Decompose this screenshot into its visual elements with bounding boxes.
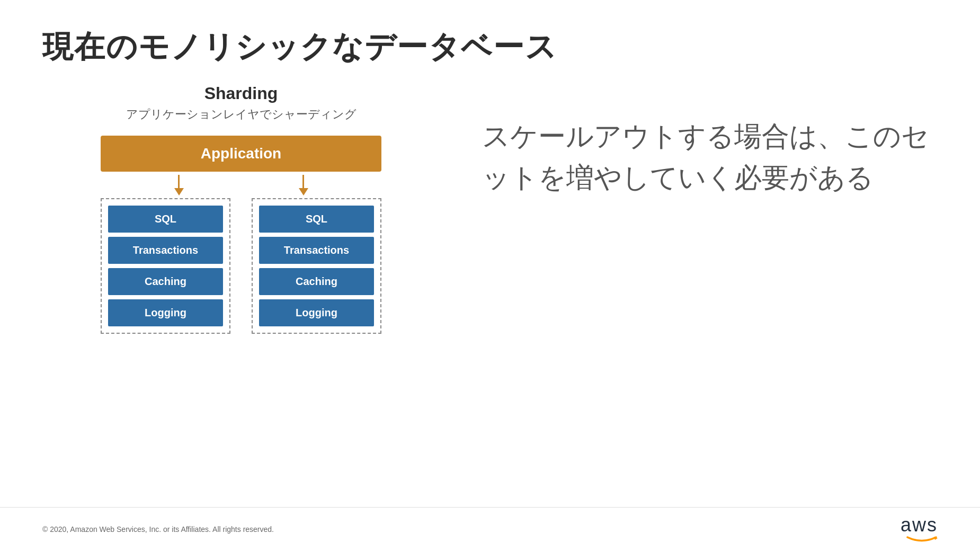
arrow-shaft-left (178, 175, 180, 188)
copyright-text: © 2020, Amazon Web Services, Inc. or its… (42, 525, 274, 534)
sharding-label: Sharding (42, 84, 440, 103)
left-panel: Sharding アプリケーションレイヤでシャーディング Application… (42, 84, 440, 334)
db-box-left: SQL Transactions Caching Logging (101, 198, 230, 334)
db-item-logging-right: Logging (259, 299, 374, 326)
slide-title: 現在のモノリシックなデータベース (42, 26, 938, 68)
arrow-shaft-right (302, 175, 304, 188)
arrow-head-left (174, 188, 184, 195)
db-inner-right: SQL Transactions Caching Logging (259, 206, 374, 326)
arrow-down-left (174, 172, 184, 198)
aws-smile-icon (906, 536, 938, 543)
footer: © 2020, Amazon Web Services, Inc. or its… (0, 507, 980, 551)
sharding-title: Sharding (42, 84, 440, 103)
arrows-row (101, 172, 381, 198)
slide: 現在のモノリシックなデータベース Sharding アプリケーションレイヤでシャ… (0, 0, 980, 551)
db-item-transactions-left: Transactions (108, 237, 223, 264)
db-inner-left: SQL Transactions Caching Logging (108, 206, 223, 326)
db-item-sql-right: SQL (259, 206, 374, 233)
description-text: スケールアウトする場合は、このセットを増やしていく必要がある (482, 115, 938, 198)
db-boxes-row: SQL Transactions Caching Logging SQL Tra… (101, 198, 381, 334)
db-item-sql-left: SQL (108, 206, 223, 233)
db-item-logging-left: Logging (108, 299, 223, 326)
arrow-down-right (299, 172, 308, 198)
right-panel: スケールアウトする場合は、このセットを増やしていく必要がある (440, 84, 938, 198)
db-item-caching-right: Caching (259, 268, 374, 295)
arrow-head-right (299, 188, 308, 195)
application-bar: Application (101, 136, 381, 172)
aws-logo-text: aws (901, 516, 938, 535)
sharding-subtitle: アプリケーションレイヤでシャーディング (42, 106, 440, 122)
content-area: Sharding アプリケーションレイヤでシャーディング Application… (42, 84, 938, 334)
db-item-caching-left: Caching (108, 268, 223, 295)
aws-logo: aws (901, 516, 938, 543)
db-box-right: SQL Transactions Caching Logging (252, 198, 381, 334)
db-item-transactions-right: Transactions (259, 237, 374, 264)
